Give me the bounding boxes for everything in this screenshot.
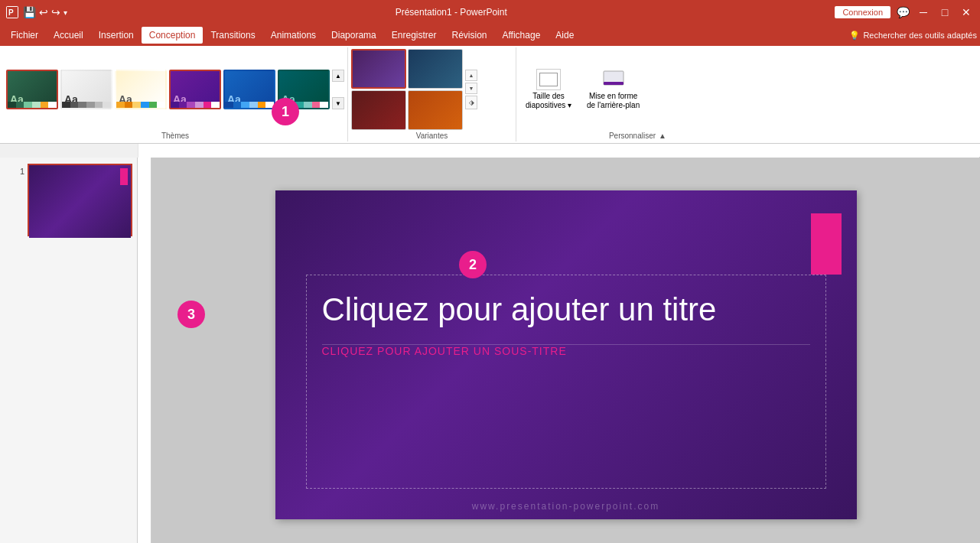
slide-subtitle[interactable]: CLIQUEZ POUR AJOUTER UN SOUS-TITRE [307,345,825,357]
slide-pink-decoration [811,213,842,275]
search-tools[interactable]: 💡 Rechercher des outils adaptés [849,31,977,41]
fond-icon [601,69,626,90]
theme-thumb-4[interactable]: Aa [223,70,275,109]
title-bar-left: P 💾 ↩ ↪ ▾ [6,6,67,18]
menu-item-fichier[interactable]: Fichier [3,27,46,44]
personaliser-collapse[interactable]: ▲ [659,132,666,140]
menu-item-conception[interactable]: Conception [142,27,203,44]
chat-icon[interactable]: 💬 [897,6,910,18]
variants-group: ▲ ▼ ⬗ Variantes [348,47,516,141]
ruler-vertical: var vticks=''; for(var j=0;j<=500;j+=10)… [138,158,151,543]
theme-thumb-2[interactable]: Aa [115,70,167,109]
ribbon: Aa Aa [0,46,980,144]
taille-diapositives-button[interactable]: Taille desdiapositives ▾ [519,66,578,113]
menu-item-animations[interactable]: Animations [263,27,324,44]
svg-rect-3 [604,82,623,85]
redo-icon[interactable]: ↪ [51,6,60,18]
variants-group-label: Variantes [351,130,513,140]
theme-thumb-1[interactable]: Aa [60,70,112,109]
slide-title[interactable]: Cliquez pour ajouter un titre [307,275,825,344]
annotation-2: 2 [459,251,487,278]
svg-rect-4 [138,144,979,158]
themes-scroll: ▲ ▼ [332,70,344,109]
themes-scroll-down[interactable]: ▼ [332,97,344,109]
undo-icon[interactable]: ↩ [39,6,48,18]
slide-watermark: www.presentation-powerpoint.com [283,501,849,512]
themes-scroll-up[interactable]: ▲ [332,70,344,82]
slide-number-1: 1 [20,167,24,176]
save-icon[interactable]: 💾 [23,6,36,18]
menu-item-enregistrer[interactable]: Enregistrer [384,27,444,44]
svg-rect-8 [138,158,151,540]
menu-item-accueil[interactable]: Accueil [46,27,91,44]
menu-item-diaporama[interactable]: Diaporama [324,27,384,44]
annotation-3: 3 [177,301,205,328]
connexion-button[interactable]: Connexion [835,6,890,18]
themes-group-label: Thèmes [6,130,344,140]
quick-access-toolbar: 💾 ↩ ↪ ▾ [23,6,67,18]
menu-bar: Fichier Accueil Insertion Conception Tra… [0,24,980,46]
variants-scroll: ▲ ▼ ⬗ [465,70,477,109]
variant-thumb-0[interactable] [351,49,406,89]
title-bar: P 💾 ↩ ↪ ▾ Présentation1 - PowerPoint Con… [0,0,980,24]
lightbulb-icon: 💡 [849,31,860,41]
menu-item-transitions[interactable]: Transitions [203,27,262,44]
personaliser-label: Personnaliser [609,132,656,140]
restore-button[interactable]: □ [937,5,952,20]
search-tools-label: Rechercher des outils adaptés [863,31,977,40]
menu-item-affichage[interactable]: Affichage [495,27,549,44]
personaliser-group: Taille desdiapositives ▾ Mise en formede… [516,47,669,141]
variant-thumb-1[interactable] [408,49,463,89]
menu-item-insertion[interactable]: Insertion [91,27,142,44]
app-icon: P [6,6,18,18]
ruler-horizontal: var ticks = ''; for(var i=0;i<=1100;i+=1… [138,144,980,158]
svg-text:P: P [8,8,14,17]
theme-thumb-3[interactable]: Aa [169,70,221,109]
variant-thumb-2[interactable] [351,90,406,130]
canvas-main: Cliquez pour ajouter un titre CLIQUEZ PO… [151,158,980,543]
menu-item-revision[interactable]: Révision [444,27,494,44]
annotation-1: 1 [272,98,299,125]
variants-grid [351,49,463,130]
minimize-button[interactable]: ─ [916,5,931,20]
variants-expand[interactable]: ⬗ [465,96,477,109]
mise-en-forme-button[interactable]: Mise en formede l'arrière-plan [581,66,646,113]
slide-thumbnail-1[interactable] [28,164,132,236]
slide-content-box[interactable]: Cliquez pour ajouter un titre CLIQUEZ PO… [306,275,826,489]
variants-scroll-down[interactable]: ▼ [465,83,477,94]
slide-canvas[interactable]: Cliquez pour ajouter un titre CLIQUEZ PO… [275,190,857,519]
theme-thumb-0[interactable]: Aa [6,70,58,109]
window-title: Présentation1 - PowerPoint [67,7,835,18]
slides-panel: 1 [0,158,138,543]
menu-item-aide[interactable]: Aide [548,27,581,44]
variants-scroll-up[interactable]: ▲ [465,70,477,81]
title-bar-right: Connexion 💬 ─ □ ✕ [835,5,974,20]
close-button[interactable]: ✕ [959,5,974,20]
variant-thumb-3[interactable] [408,90,463,130]
themes-group: Aa Aa [3,47,348,141]
taille-icon [536,69,561,90]
